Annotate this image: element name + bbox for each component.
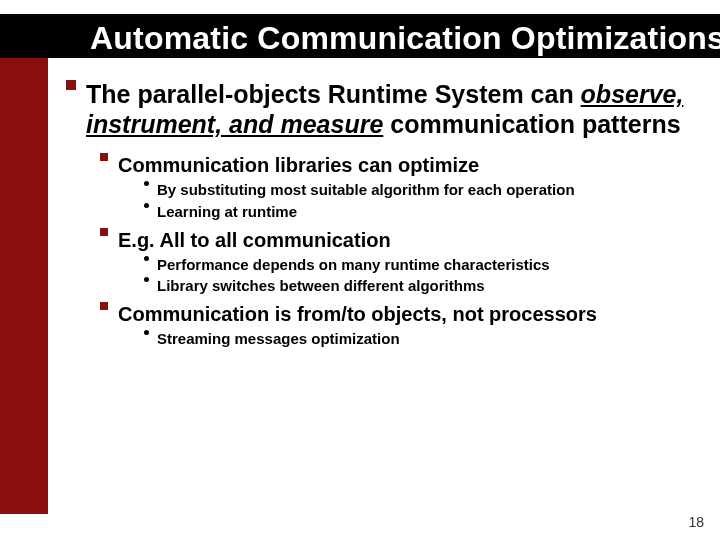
bullet-lvl3: Performance depends on many runtime char… (144, 256, 702, 275)
lvl2-text: Communication is from/to objects, not pr… (118, 302, 702, 326)
bullet-lvl2: E.g. All to all communication (100, 228, 702, 252)
dot-bullet-icon (144, 277, 149, 282)
lvl3-text: Library switches between different algor… (157, 277, 702, 296)
lvl1-pre: The parallel-objects Runtime System can (86, 80, 581, 108)
lvl2-text: Communication libraries can optimize (118, 153, 702, 177)
lvl1-text: The parallel-objects Runtime System can … (86, 80, 702, 139)
dot-bullet-icon (144, 256, 149, 261)
lvl1-post: communication patterns (383, 110, 680, 138)
bullet-lvl3: Library switches between different algor… (144, 277, 702, 296)
page-number: 18 (688, 514, 704, 530)
square-bullet-icon (100, 302, 108, 310)
dot-bullet-icon (144, 330, 149, 335)
title-bar: Automatic Communication Optimizations (0, 14, 720, 58)
lvl3-text: Performance depends on many runtime char… (157, 256, 702, 275)
sidebar-accent (0, 58, 48, 514)
bullet-lvl1: The parallel-objects Runtime System can … (66, 80, 702, 139)
dot-bullet-icon (144, 181, 149, 186)
dot-bullet-icon (144, 203, 149, 208)
bullet-lvl3: By substituting most suitable algorithm … (144, 181, 702, 200)
lvl3-text: Streaming messages optimization (157, 330, 702, 349)
bullet-lvl2: Communication libraries can optimize (100, 153, 702, 177)
lvl3-text: By substituting most suitable algorithm … (157, 181, 702, 200)
page-title: Automatic Communication Optimizations (90, 20, 718, 57)
square-bullet-icon (100, 228, 108, 236)
slide-content: The parallel-objects Runtime System can … (66, 80, 702, 352)
lvl3-text: Learning at runtime (157, 203, 702, 222)
square-bullet-icon (66, 80, 76, 90)
bullet-lvl2: Communication is from/to objects, not pr… (100, 302, 702, 326)
bullet-lvl3: Streaming messages optimization (144, 330, 702, 349)
square-bullet-icon (100, 153, 108, 161)
lvl2-text: E.g. All to all communication (118, 228, 702, 252)
bullet-lvl3: Learning at runtime (144, 203, 702, 222)
